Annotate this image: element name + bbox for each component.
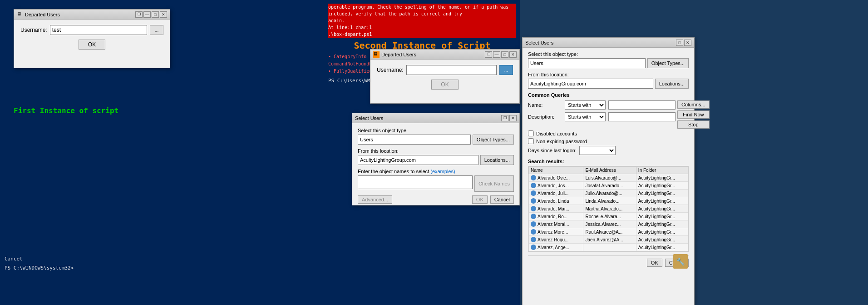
su1-location-input[interactable] (358, 155, 478, 165)
depart2-username-input[interactable] (406, 65, 497, 75)
first-instance-label: First Instance of script (14, 106, 118, 115)
su2-results-container: Name E-Mail Address In Folder Alvarado O… (528, 166, 689, 252)
su1-names-area[interactable] (358, 175, 473, 189)
su1-object-type-label: Select this object type: (358, 128, 514, 133)
su2-results-label: Search results: (528, 159, 689, 164)
depart2-min-btn[interactable]: — (493, 51, 500, 58)
su2-disabled-checkbox[interactable] (528, 130, 534, 136)
result-name: Alvarado, Ro... (529, 213, 583, 220)
su2-disabled-label: Disabled accounts (536, 131, 577, 136)
su2-common-queries: Common Queries (528, 92, 689, 98)
result-email: Raul.Alvarez@A... (583, 228, 636, 236)
ps-error-line2: again. (328, 17, 516, 24)
su2-ok-btn[interactable]: OK (647, 259, 662, 267)
su1-check-names-btn[interactable]: Check Names (474, 175, 514, 192)
depart2-titlebar[interactable]: 🖥 Departed Users ❐ — □ ✕ (370, 50, 519, 60)
su1-window-btns: ❐ ✕ (501, 115, 517, 121)
table-row[interactable]: Alvarez, Ange... AcuityLightingGr... (529, 244, 688, 251)
su1-restore-btn[interactable]: ❐ (501, 115, 508, 121)
su1-object-types-btn[interactable]: Object Types... (473, 135, 514, 145)
su2-close-btn[interactable]: ✕ (684, 40, 691, 46)
su2-name-input[interactable] (608, 100, 676, 110)
depart2-browse-btn[interactable]: ... (499, 65, 513, 75)
result-folder: AcuityLightingGr... (636, 236, 688, 244)
depart1-close-btn[interactable]: ✕ (160, 11, 167, 18)
su2-stop-btn[interactable]: Stop (677, 120, 710, 129)
depart1-ok-row: OK (20, 40, 163, 50)
depart2-close-btn[interactable]: ✕ (509, 51, 517, 58)
result-name: Alvarado, Juli... (529, 190, 583, 197)
su1-title: Select Users (355, 115, 501, 121)
table-row[interactable]: Alvarado, Jos... Josafat.Alvarado... Acu… (529, 182, 688, 190)
su2-desc-row: Description: Starts with (528, 112, 676, 121)
su1-names-row: Check Names (358, 175, 514, 192)
table-row[interactable]: Alvarado, Mar... Martha.Alvarado... Acui… (529, 205, 688, 213)
ps-error-block: operable program. Check the spelling of … (328, 4, 516, 38)
su2-days-row: Days since last logon: (528, 146, 689, 155)
depart1-max-btn[interactable]: □ (152, 11, 159, 18)
su1-ok-btn[interactable]: OK (472, 195, 488, 204)
table-row[interactable]: Alvarado, Ro... Rochelle.Alvara... Acuit… (529, 213, 688, 220)
su1-cancel-btn[interactable]: Cancel (490, 195, 514, 204)
su2-restore-btn[interactable]: □ (676, 40, 683, 46)
su1-locations-btn[interactable]: Locations... (480, 155, 514, 165)
su2-desc-label: Description: (528, 114, 562, 120)
depart1-titlebar[interactable]: 🖥 Departed Users ❐ — □ ✕ (14, 10, 170, 20)
result-name: Alvarez More... (529, 228, 583, 236)
result-name: Alvarez, Ange... (529, 244, 583, 251)
table-row[interactable]: Alvarez More... Raul.Alvarez@A... Acuity… (529, 228, 688, 236)
ps-error-line4: .\box-depart.ps1 (328, 31, 516, 38)
depart1-ok-btn[interactable]: OK (79, 40, 105, 50)
depart1-min-btn[interactable]: — (143, 11, 151, 18)
su2-nonexpiring-label: Non expiring password (536, 139, 587, 144)
result-folder: AcuityLightingGr... (636, 244, 688, 251)
ps-error-line1: operable program. Check the spelling of … (328, 4, 516, 17)
su2-nonexpiring-checkbox[interactable] (528, 138, 534, 144)
table-row[interactable]: Alvarado, Linda Linda.Alvarado... Acuity… (529, 197, 688, 205)
su1-names-label: Enter the object names to select (exampl… (358, 169, 514, 174)
su1-examples-link[interactable]: (examples) (430, 169, 455, 174)
depart2-max-btn[interactable]: □ (501, 51, 508, 58)
su1-titlebar[interactable]: Select Users ❐ ✕ (352, 113, 519, 123)
su2-name-row: Name: Starts with (528, 100, 676, 110)
su2-days-select[interactable] (579, 146, 616, 155)
su2-search-icon-area: 🔧 (673, 254, 688, 269)
su2-col-name: Name (529, 167, 583, 174)
ps-cancel-text: Cancel (5, 256, 23, 262)
result-email: Martha.Alvarado... (583, 205, 636, 213)
su2-title: Select Users (525, 40, 676, 45)
su2-locations-btn[interactable]: Locations... (655, 79, 689, 89)
su2-object-type-input[interactable] (528, 58, 646, 68)
table-row[interactable]: Alvarado, Juli... Julio.Alvarado@... Acu… (529, 190, 688, 197)
su2-desc-input[interactable] (608, 112, 676, 121)
table-row[interactable]: Alvarez Roqu... Jaen.Alvarez@A... Acuity… (529, 236, 688, 244)
su2-object-types-btn[interactable]: Object Types... (647, 58, 689, 68)
su2-days-label: Days since last logon: (528, 148, 577, 153)
table-row[interactable]: Alvarez Moral... Jessica.Alvarez... Acui… (529, 220, 688, 228)
result-email: Luis.Alvarado@... (583, 174, 636, 182)
su1-advanced-btn[interactable]: Advanced... (358, 195, 392, 204)
su1-close-btn[interactable]: ✕ (509, 115, 517, 121)
result-email: Jessica.Alvarez... (583, 220, 636, 228)
su1-object-type-input[interactable] (358, 135, 471, 145)
su2-desc-filter[interactable]: Starts with (565, 112, 606, 121)
depart1-browse-btn[interactable]: ... (150, 25, 163, 35)
departed-users-dialog-1: 🖥 Departed Users ❐ — □ ✕ Username: ... O… (14, 9, 170, 68)
select-users-dialog-1: Select Users ❐ ✕ Select this object type… (352, 113, 520, 205)
depart2-restore-btn[interactable]: ❐ (485, 51, 492, 58)
su2-find-now-btn[interactable]: Find Now (677, 110, 710, 119)
su2-location-input[interactable] (528, 79, 653, 89)
depart2-ok-btn[interactable]: OK (431, 80, 458, 90)
depart1-restore-btn[interactable]: ❐ (135, 11, 143, 18)
su2-titlebar[interactable]: Select Users □ ✕ (523, 38, 694, 48)
su2-columns-btn[interactable]: Columns... (677, 100, 710, 109)
depart1-username-input[interactable] (50, 25, 147, 35)
su2-object-type-row: Object Types... (528, 58, 689, 68)
su1-object-type-row: Object Types... (358, 135, 514, 145)
result-name: Alvarado Ovie... (529, 174, 583, 182)
result-name: Alvarado, Linda (529, 197, 583, 205)
su2-name-filter[interactable]: Starts with (565, 100, 606, 110)
result-name: Alvarez Moral... (529, 220, 583, 228)
table-row[interactable]: Alvarado Ovie... Luis.Alvarado@... Acuit… (529, 174, 688, 182)
result-email: Jaen.Alvarez@A... (583, 236, 636, 244)
